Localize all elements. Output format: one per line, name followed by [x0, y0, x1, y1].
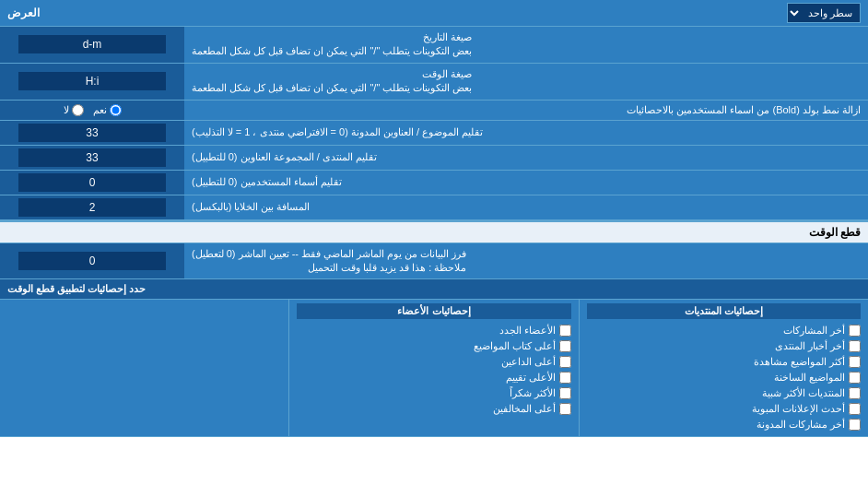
- remove-bold-no-radio[interactable]: [72, 104, 84, 116]
- stats-col-3: [0, 300, 288, 436]
- stats-item-new-members: الأعضاء الجدد: [297, 323, 570, 338]
- stats-col-1-title: إحصائيات المنتديات: [587, 303, 861, 319]
- date-format-row: صيغة التاريخ بعض التكوينات يتطلب "/" الت…: [0, 27, 868, 64]
- forum-address-label: تقليم المنتدى / المجموعة العناوين (0 للت…: [184, 146, 868, 170]
- topic-subject-label: تقليم الموضوع / العناوين المدونة (0 = ال…: [184, 121, 868, 145]
- remove-bold-no-label[interactable]: لا: [64, 104, 84, 116]
- time-format-input-container: [0, 64, 184, 100]
- stats-item-top-rated: الأعلى تقييم: [297, 370, 570, 385]
- time-format-input[interactable]: [18, 72, 166, 90]
- stats-item-top-violators: أعلى المخالفين: [297, 401, 570, 417]
- forum-address-input-container: [0, 146, 184, 170]
- remove-bold-label: ازالة نمط بولد (Bold) من اسماء المستخدمي…: [184, 101, 868, 120]
- cutoff-input[interactable]: [18, 252, 166, 270]
- user-names-input-container: [0, 171, 184, 195]
- stats-checkbox-blog-posts[interactable]: [849, 419, 861, 431]
- user-names-row: تقليم أسماء المستخدمين (0 للتطبيل): [0, 171, 868, 195]
- stats-item-latest-posts: أخر المشاركات: [587, 323, 861, 338]
- cutoff-input-container: [0, 243, 184, 279]
- stats-checkbox-latest-ads[interactable]: [849, 403, 861, 415]
- cell-spacing-input[interactable]: [18, 198, 166, 217]
- stats-item-most-liked: المنتديات الأكثر شبية: [587, 385, 861, 401]
- remove-bold-inputs: نعم لا: [0, 101, 184, 120]
- stats-col-1: إحصائيات المنتديات أخر المشاركات أخر أخب…: [579, 300, 868, 436]
- topic-subject-input[interactable]: [18, 124, 166, 142]
- section-header: قطع الوقت: [0, 220, 868, 243]
- stats-item-latest-ads: أحدث الإعلانات المبوية: [587, 401, 861, 417]
- user-names-label: تقليم أسماء المستخدمين (0 للتطبيل): [184, 171, 868, 195]
- stats-item-blog-posts: أخر مشاركات المدونة: [587, 417, 861, 432]
- stats-checkbox-new-members[interactable]: [559, 325, 571, 337]
- remove-bold-yes-label[interactable]: نعم: [93, 104, 122, 116]
- header-label: العرض: [7, 6, 40, 19]
- stats-checkbox-top-violators[interactable]: [559, 403, 571, 415]
- time-format-row: صيغة الوقت بعض التكوينات يتطلب "/" التي …: [0, 64, 868, 101]
- header-row: سطر واحدسطرينثلاثة أسطر العرض: [0, 0, 868, 27]
- stats-checkbox-forum-news[interactable]: [849, 340, 861, 352]
- stats-section: حدد إحصائيات لتطبيق قطع الوقت إحصائيات ا…: [0, 279, 868, 437]
- forum-address-input[interactable]: [18, 148, 166, 167]
- topic-subject-input-container: [0, 121, 184, 145]
- stats-grid: إحصائيات المنتديات أخر المشاركات أخر أخب…: [0, 300, 868, 436]
- cell-spacing-label: المسافة بين الخلايا (بالبكسل): [184, 195, 868, 219]
- stats-col-2: إحصائيات الأعضاء الأعضاء الجدد أعلى كتاب…: [288, 300, 578, 436]
- time-format-label: صيغة الوقت بعض التكوينات يتطلب "/" التي …: [184, 64, 868, 100]
- stats-checkbox-top-rated[interactable]: [559, 372, 571, 384]
- stats-col-2-title: إحصائيات الأعضاء: [297, 303, 570, 319]
- stats-item-most-thanked: الأكثر شكراً: [297, 385, 570, 401]
- topic-subject-row: تقليم الموضوع / العناوين المدونة (0 = ال…: [0, 121, 868, 146]
- display-mode-select[interactable]: سطر واحدسطرينثلاثة أسطر: [787, 3, 861, 23]
- remove-bold-row: ازالة نمط بولد (Bold) من اسماء المستخدمي…: [0, 101, 868, 121]
- remove-bold-yes-radio[interactable]: [110, 104, 122, 116]
- stats-title: حدد إحصائيات لتطبيق قطع الوقت: [7, 283, 146, 295]
- stats-item-hot-topics: المواضيع الساخنة: [587, 370, 861, 385]
- stats-item-most-viewed: أكثر المواضيع مشاهدة: [587, 354, 861, 370]
- cutoff-label: فرز البيانات من يوم الماشر الماضي فقط --…: [184, 243, 868, 279]
- stats-checkbox-top-writers[interactable]: [559, 340, 571, 352]
- stats-checkbox-hot-topics[interactable]: [849, 372, 861, 384]
- user-names-input[interactable]: [18, 173, 166, 192]
- date-format-input[interactable]: [18, 35, 166, 53]
- stats-checkbox-latest-posts[interactable]: [849, 325, 861, 337]
- date-format-input-container: [0, 27, 184, 63]
- stats-checkbox-top-inviters[interactable]: [559, 356, 571, 368]
- stats-item-top-inviters: أعلى الداعين: [297, 354, 570, 370]
- stats-checkbox-most-viewed[interactable]: [849, 356, 861, 368]
- stats-item-forum-news: أخر أخبار المنتدى: [587, 338, 861, 354]
- date-format-label: صيغة التاريخ بعض التكوينات يتطلب "/" الت…: [184, 27, 868, 63]
- stats-checkbox-most-thanked[interactable]: [559, 387, 571, 399]
- forum-address-row: تقليم المنتدى / المجموعة العناوين (0 للت…: [0, 146, 868, 171]
- cell-spacing-input-container: [0, 195, 184, 219]
- stats-item-top-writers: أعلى كتاب المواضيع: [297, 338, 570, 354]
- cell-spacing-row: المسافة بين الخلايا (بالبكسل): [0, 195, 868, 220]
- stats-checkbox-most-liked[interactable]: [849, 387, 861, 399]
- stats-title-row: حدد إحصائيات لتطبيق قطع الوقت: [0, 279, 868, 300]
- cutoff-row: فرز البيانات من يوم الماشر الماضي فقط --…: [0, 243, 868, 280]
